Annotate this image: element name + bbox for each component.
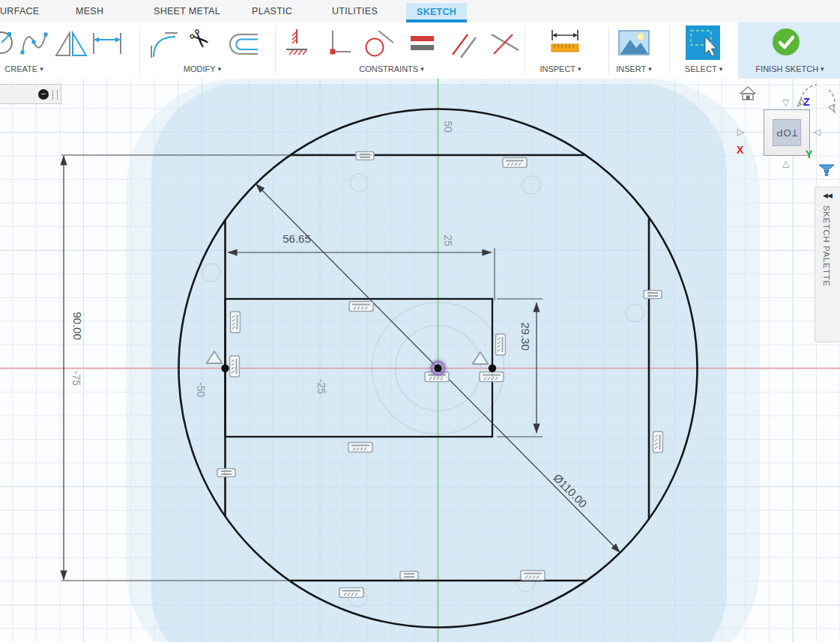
- insert-image-icon[interactable]: [617, 29, 650, 61]
- create-group-label[interactable]: CREATE: [0, 64, 48, 76]
- constraint-coincident-icon[interactable]: [322, 28, 352, 61]
- divider: [275, 26, 276, 74]
- horizontal-constraint-badge[interactable]: [503, 158, 527, 168]
- vertical-constraint-badge[interactable]: [496, 334, 506, 355]
- grid-label-xm25: -25: [315, 379, 327, 394]
- grid-label-xm75: -75: [70, 371, 82, 386]
- ghost-geometry: [202, 174, 644, 607]
- constraint-parallel-icon[interactable]: [448, 27, 480, 63]
- create-circle-icon[interactable]: [0, 28, 15, 58]
- viewcube-face-label: TOP: [776, 127, 798, 139]
- select-icon[interactable]: [686, 25, 720, 63]
- tab-sheet-metal[interactable]: SHEET METAL: [154, 0, 220, 22]
- tab-surface[interactable]: URFACE: [0, 0, 40, 22]
- equal-constraint-badge[interactable]: [400, 572, 418, 580]
- dropdown-caret-icon: [646, 64, 652, 73]
- horizontal-constraint-badge[interactable]: [348, 443, 372, 452]
- sketch-geometry: 90.00 56.65 29.30 Ø110.00 50 25 -25 -50 …: [0, 79, 840, 642]
- constraint-perpendicular-icon[interactable]: [489, 28, 522, 61]
- right-midpoint[interactable]: [489, 364, 496, 372]
- origin-point[interactable]: [434, 364, 441, 372]
- vertical-constraint-badge[interactable]: [231, 312, 241, 333]
- measure-icon[interactable]: [549, 28, 581, 61]
- equal-constraint-badge[interactable]: [356, 152, 374, 160]
- dropdown-caret-icon: [575, 64, 581, 73]
- dropdown-caret-icon: [37, 64, 43, 73]
- select-group-label[interactable]: SELECT: [673, 64, 734, 76]
- viewcube-top-face[interactable]: TOP: [773, 119, 801, 146]
- collapse-icon[interactable]: −: [38, 89, 49, 100]
- horizontal-constraint-badge[interactable]: [521, 571, 545, 581]
- sketch-toolbar: ✂: [0, 22, 840, 79]
- tab-mesh[interactable]: MESH: [76, 0, 103, 22]
- horizontal-constraint-badge[interactable]: [339, 588, 363, 598]
- grid-label-y50: 50: [442, 121, 454, 133]
- tab-sketch[interactable]: SKETCH: [406, 3, 467, 22]
- sketch-palette-panel[interactable]: ◀◀ SKETCH PALETTE: [815, 187, 839, 342]
- constraint-tangent-icon[interactable]: [363, 28, 394, 61]
- check-icon: [773, 28, 800, 55]
- tab-plastic[interactable]: PLASTIC: [252, 0, 292, 22]
- viewcube-arrow-up[interactable]: ▽: [782, 98, 789, 107]
- dimension-value-diameter[interactable]: Ø110.00: [551, 471, 590, 510]
- dropdown-caret-icon: [216, 64, 222, 73]
- horizontal-constraint-badge[interactable]: [480, 372, 504, 382]
- midpoint-constraint-badge[interactable]: [207, 351, 223, 363]
- vertical-constraint-badge[interactable]: [653, 431, 663, 452]
- tab-utilities[interactable]: UTILITIES: [332, 0, 378, 22]
- viewcube-arrow-left[interactable]: ▷: [737, 127, 744, 136]
- divider: [525, 26, 525, 74]
- dimension-value-rect-height[interactable]: 29.30: [519, 322, 532, 351]
- vertical-constraint-badge[interactable]: [230, 356, 240, 377]
- equal-constraint-badge[interactable]: [217, 469, 235, 477]
- offset-icon[interactable]: [225, 30, 259, 61]
- browser-collapsed-bar[interactable]: −: [0, 84, 61, 104]
- constraints-group-label[interactable]: CONSTRAINTS: [341, 64, 442, 76]
- dimension-value-height[interactable]: 90.00: [71, 312, 84, 340]
- midpoint-constraint-badge[interactable]: [473, 352, 489, 364]
- sketch-canvas[interactable]: 90.00 56.65 29.30 Ø110.00 50 25 -25 -50 …: [0, 79, 840, 642]
- viewcube[interactable]: TOP: [764, 109, 810, 156]
- axis-label-x: X: [737, 144, 743, 156]
- modify-group-label[interactable]: MODIFY: [157, 64, 247, 76]
- trim-icon[interactable]: ✂: [189, 27, 210, 52]
- expand-panel-icon[interactable]: ◀◀: [815, 192, 839, 199]
- dimension-value-width[interactable]: 56.65: [282, 232, 311, 245]
- home-icon[interactable]: [739, 85, 757, 105]
- left-midpoint[interactable]: [221, 364, 229, 372]
- constraint-horizontal-vertical-icon[interactable]: [283, 27, 313, 63]
- dropdown-caret-icon: [418, 64, 424, 73]
- scissors-icon: ✂: [183, 23, 215, 55]
- grid-label-y25: 25: [442, 234, 454, 246]
- sketch-dimension-icon[interactable]: [90, 30, 124, 61]
- finish-sketch-label[interactable]: FINISH SKETCH: [744, 64, 836, 76]
- horizontal-constraint-badge[interactable]: [349, 302, 373, 312]
- dropdown-caret-icon: [717, 64, 723, 73]
- ribbon-tab-bar: URFACE MESH SHEET METAL PLASTIC UTILITIE…: [0, 0, 840, 22]
- finish-sketch-button[interactable]: [773, 28, 800, 55]
- divider: [669, 26, 670, 74]
- grid-display-icon[interactable]: [818, 164, 835, 179]
- equal-constraint-badge[interactable]: [644, 291, 662, 299]
- create-spline-icon[interactable]: [19, 28, 49, 61]
- drag-handle-icon[interactable]: [52, 90, 58, 100]
- axis-label-y: Y: [806, 148, 812, 160]
- divider: [139, 26, 140, 74]
- dropdown-caret-icon: [818, 64, 824, 73]
- sketch-palette-title: SKETCH PALETTE: [822, 205, 831, 325]
- insert-group-label[interactable]: INSERT: [608, 64, 659, 76]
- viewcube-arrow-down[interactable]: △: [782, 159, 789, 168]
- constraint-equal-icon[interactable]: [408, 28, 438, 61]
- fillet-icon[interactable]: [147, 28, 180, 61]
- grid-label-xm50: -50: [195, 382, 207, 397]
- axis-label-z: Z: [803, 96, 810, 108]
- viewcube-arrow-right[interactable]: ◁: [814, 127, 821, 136]
- inspect-group-label[interactable]: INSPECT: [529, 64, 592, 76]
- mirror-icon[interactable]: [54, 30, 88, 61]
